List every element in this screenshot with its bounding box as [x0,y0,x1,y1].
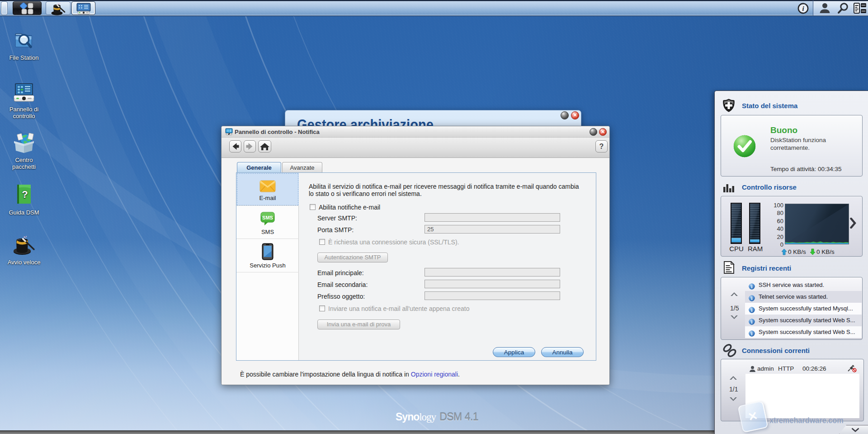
svg-text:i: i [751,308,753,313]
svg-text:i: i [751,320,753,324]
svg-text:i: i [751,284,753,289]
svg-text:i: i [802,5,804,12]
svg-text:?: ? [22,189,28,200]
svg-text:i: i [751,296,753,301]
svg-text:i: i [751,331,753,336]
svg-text:SMS: SMS [262,215,273,220]
